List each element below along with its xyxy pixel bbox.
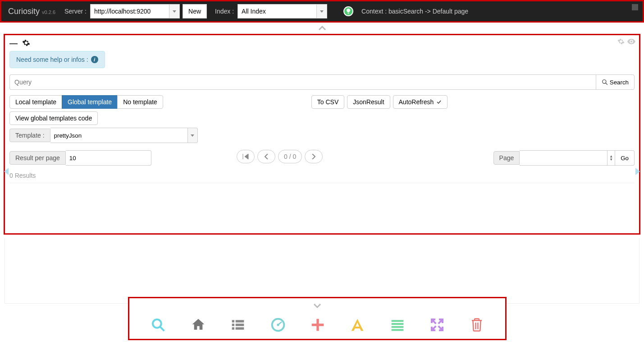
svg-line-12 bbox=[278, 322, 282, 325]
svg-rect-16 bbox=[392, 329, 404, 331]
no-template-button[interactable]: No template bbox=[117, 95, 163, 109]
index-dropdown-toggle[interactable] bbox=[316, 4, 327, 18]
json-result-button[interactable]: JsonResult bbox=[347, 95, 390, 109]
template-label: Template : bbox=[9, 129, 50, 142]
template-input[interactable] bbox=[50, 128, 188, 143]
page-go-button[interactable]: Go bbox=[615, 150, 635, 166]
template-row: Template : bbox=[9, 128, 635, 143]
lower-panel bbox=[5, 238, 639, 304]
info-icon: i bbox=[91, 56, 98, 63]
pager-first-button[interactable] bbox=[237, 150, 255, 163]
panel-left-arrow[interactable] bbox=[2, 166, 11, 179]
chevron-left-icon bbox=[264, 154, 269, 159]
svg-rect-8 bbox=[232, 327, 234, 329]
pager-position: 0 / 0 bbox=[278, 150, 302, 163]
app-name: Curiosity bbox=[8, 7, 40, 16]
collapse-bottom-toggle[interactable] bbox=[129, 298, 505, 314]
home-icon[interactable] bbox=[191, 318, 206, 335]
panel-tools-right bbox=[617, 38, 635, 46]
svg-line-1 bbox=[606, 83, 607, 85]
gear-icon[interactable] bbox=[22, 39, 30, 48]
top-navbar: Curiosity v0.2.6 Server : New Index : Co… bbox=[0, 0, 644, 23]
query-row: Search bbox=[9, 74, 635, 90]
list-icon[interactable] bbox=[231, 318, 245, 335]
bottom-toolbar bbox=[128, 297, 507, 340]
chevron-down-icon bbox=[313, 303, 322, 309]
help-alert[interactable]: Need some help or infos : i bbox=[9, 51, 105, 68]
bottom-controls: Result per page 0 / 0 Page ▲▼ Go bbox=[9, 148, 635, 166]
app-version: v0.2.6 bbox=[42, 9, 55, 15]
fast-backward-icon bbox=[242, 154, 249, 159]
index-input[interactable] bbox=[238, 4, 316, 18]
index-group: Index : bbox=[215, 4, 327, 18]
font-icon[interactable] bbox=[350, 318, 365, 335]
rpp-label: Result per page bbox=[9, 151, 66, 165]
global-template-button[interactable]: Global template bbox=[62, 95, 118, 109]
svg-rect-5 bbox=[236, 320, 244, 322]
collapse-top-toggle[interactable] bbox=[0, 23, 644, 34]
status-bulb-icon[interactable] bbox=[343, 6, 353, 16]
svg-rect-6 bbox=[232, 324, 234, 326]
page-label: Page bbox=[493, 151, 520, 165]
search-icon[interactable] bbox=[151, 318, 165, 335]
eye-icon[interactable] bbox=[627, 38, 635, 46]
check-icon bbox=[436, 99, 442, 105]
chevron-down-icon bbox=[191, 134, 194, 137]
to-csv-button[interactable]: To CSV bbox=[311, 95, 344, 109]
svg-point-2 bbox=[153, 319, 161, 328]
query-input[interactable] bbox=[9, 74, 596, 90]
results-count: 0 Results bbox=[9, 172, 635, 183]
page-jump-group: Page ▲▼ Go bbox=[493, 150, 635, 166]
chevron-down-icon bbox=[320, 10, 324, 13]
svg-rect-7 bbox=[236, 324, 244, 326]
chevron-up-icon bbox=[318, 25, 326, 31]
svg-rect-13 bbox=[392, 320, 404, 322]
toolbar-row: Local template Global template No templa… bbox=[9, 95, 635, 125]
index-label: Index : bbox=[215, 8, 234, 15]
window-indicator-icon bbox=[632, 4, 638, 10]
panel-right-arrow[interactable] bbox=[633, 166, 642, 179]
search-button-label: Search bbox=[610, 79, 629, 86]
chevron-down-icon bbox=[173, 10, 176, 13]
rpp-input[interactable] bbox=[66, 150, 151, 166]
help-text: Need some help or infos : bbox=[16, 56, 88, 63]
app-brand: Curiosity v0.2.6 bbox=[8, 7, 55, 16]
chevron-right-icon bbox=[311, 154, 316, 159]
svg-line-3 bbox=[160, 327, 164, 331]
pager-prev-button[interactable] bbox=[257, 150, 275, 163]
server-input[interactable] bbox=[90, 4, 169, 18]
chevron-down-icon: ▼ bbox=[609, 158, 613, 161]
gauge-icon[interactable] bbox=[271, 318, 285, 335]
server-group: Server : New bbox=[64, 4, 207, 18]
server-dropdown-toggle[interactable] bbox=[169, 4, 180, 18]
svg-rect-4 bbox=[232, 320, 234, 322]
autorefresh-button[interactable]: AutoRefresh bbox=[393, 95, 448, 109]
new-server-button[interactable]: New bbox=[183, 4, 207, 18]
main-panel: — Need some help or infos : i Search Loc… bbox=[4, 34, 640, 235]
plus-icon[interactable] bbox=[311, 318, 325, 335]
arrow-left-icon bbox=[2, 167, 11, 176]
context-label: Context : basicSearch -> Default page bbox=[361, 8, 468, 15]
pager-next-button[interactable] bbox=[305, 150, 323, 163]
page-spinner[interactable]: ▲▼ bbox=[607, 150, 615, 166]
pager: 0 / 0 bbox=[237, 150, 323, 163]
gear-icon[interactable] bbox=[617, 38, 625, 46]
template-dropdown-toggle[interactable] bbox=[188, 128, 198, 143]
arrow-right-icon bbox=[633, 167, 642, 176]
local-template-button[interactable]: Local template bbox=[9, 95, 62, 109]
svg-point-0 bbox=[603, 80, 606, 83]
panel-tools: — bbox=[9, 39, 635, 48]
svg-rect-14 bbox=[392, 323, 404, 325]
server-label: Server : bbox=[64, 8, 87, 15]
autorefresh-label: AutoRefresh bbox=[399, 98, 434, 106]
view-global-templates-button[interactable]: View global templates code bbox=[9, 111, 98, 125]
search-button[interactable]: Search bbox=[596, 74, 635, 90]
svg-rect-9 bbox=[236, 327, 244, 329]
expand-icon[interactable] bbox=[430, 318, 444, 335]
align-icon[interactable] bbox=[390, 318, 405, 335]
page-input[interactable] bbox=[520, 150, 607, 166]
trash-icon[interactable] bbox=[470, 318, 484, 335]
search-icon bbox=[602, 79, 608, 85]
minimize-panel-button[interactable]: — bbox=[9, 39, 18, 48]
svg-rect-15 bbox=[392, 326, 404, 328]
